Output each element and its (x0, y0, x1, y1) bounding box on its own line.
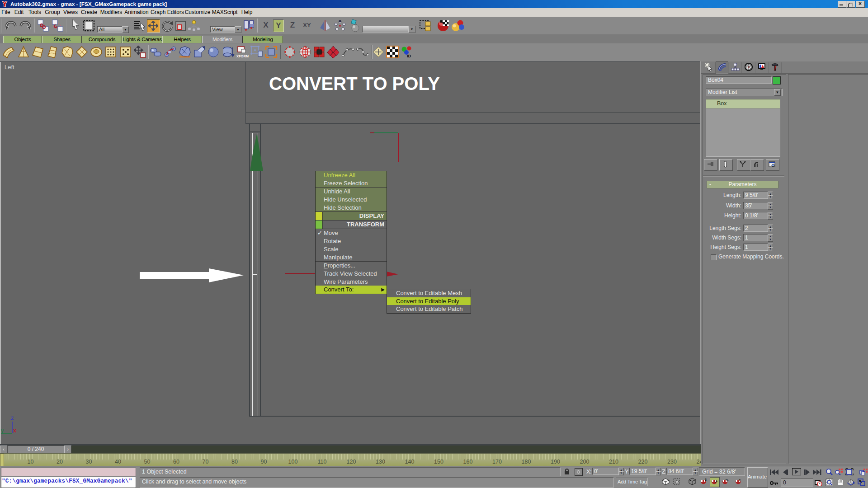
svg-text:x: x (13, 427, 17, 434)
svg-text:ID: ID (407, 54, 411, 58)
svg-text:F: F (739, 479, 741, 482)
svg-text:3: 3 (705, 478, 707, 481)
svg-text:XFORM: XFORM (236, 54, 249, 58)
svg-text:y: y (1, 427, 4, 434)
svg-text:z: z (11, 414, 14, 421)
svg-text:%: % (726, 479, 729, 482)
